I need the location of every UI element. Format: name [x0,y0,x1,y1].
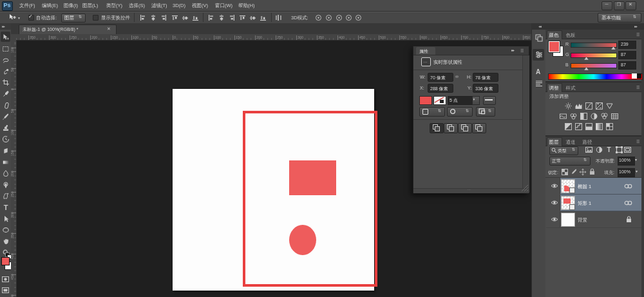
svg-text:T: T [4,204,8,211]
svg-text:T: T [607,146,611,153]
